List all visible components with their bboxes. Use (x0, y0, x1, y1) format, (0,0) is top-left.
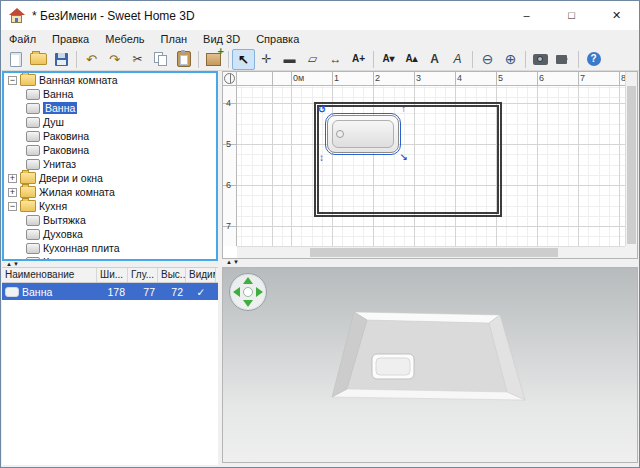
select-button[interactable]: ↖ (232, 49, 255, 70)
expand-toggle-icon[interactable]: + (8, 188, 17, 197)
folder-icon (20, 172, 36, 184)
column-header[interactable]: Видим... (186, 268, 216, 282)
toolbar-separator (198, 51, 199, 68)
wall-icon: ▬ (284, 53, 296, 65)
create-rooms-button[interactable]: ▱ (301, 49, 324, 70)
decrease-text-size-button[interactable]: A▾ (377, 49, 400, 70)
create-video-button[interactable] (552, 49, 575, 70)
catalog-category[interactable]: +Жилая комната (4, 185, 216, 199)
add-furniture-button[interactable] (202, 49, 225, 70)
open-plan-button[interactable] (27, 49, 50, 70)
elevation-indicator-icon[interactable]: ↑ (401, 104, 406, 114)
catalog-category[interactable]: +Двери и окна (4, 171, 216, 185)
table-row[interactable]: Ванна1787772✓ (2, 283, 218, 300)
bold-icon: A (430, 53, 439, 65)
category-label: Кухня (39, 200, 67, 212)
toolbar: ↶↷✂↖✛▬▱↔A+A▾A▴AA⊖⊕? (1, 48, 639, 71)
collapse-toggle-icon[interactable]: − (8, 202, 17, 211)
menu-item-0[interactable]: Файл (1, 31, 44, 47)
save-plan-button[interactable] (50, 49, 73, 70)
catalog-item-label: Душ (43, 116, 64, 128)
catalog-item[interactable]: Раковина (4, 129, 216, 143)
menu-item-5[interactable]: Справка (248, 31, 307, 47)
select-arrow-icon: ↖ (238, 53, 249, 66)
view-3d-panel[interactable] (222, 267, 638, 463)
collapse-toggle-icon[interactable]: − (8, 76, 17, 85)
catalog-item[interactable]: Вытяжка (4, 213, 216, 227)
catalog-item[interactable]: Раковина (4, 143, 216, 157)
right-horizontal-splitter[interactable]: ▲▼ (222, 259, 638, 267)
category-label: Жилая комната (39, 186, 115, 198)
column-header[interactable]: Выс... (158, 268, 186, 282)
catalog-item[interactable]: Кухонная плита (4, 241, 216, 255)
new-page-icon (10, 52, 22, 67)
ruler-label: 2 (375, 74, 380, 83)
cut-button[interactable]: ✂ (126, 49, 149, 70)
nav-center-button[interactable] (243, 287, 253, 297)
maximize-button[interactable]: □ (549, 1, 594, 30)
redo-button[interactable]: ↷ (103, 49, 126, 70)
add-furniture-icon (206, 53, 221, 66)
splitter-toggle-icon[interactable]: ▲▼ (226, 259, 240, 265)
plan-view[interactable]: ↺ ↑ ↕ ↘ (237, 86, 625, 246)
rotation-indicator-icon[interactable]: ↺ (318, 105, 326, 115)
column-header[interactable]: Наименование (2, 268, 97, 282)
bold-button[interactable]: A (423, 49, 446, 70)
furniture-list-panel: НаименованиеШи...Глу...Выс...Видим... Ва… (2, 267, 218, 465)
zoom-out-button[interactable]: ⊖ (476, 49, 499, 70)
plan-vertical-scrollbar[interactable] (625, 72, 637, 258)
increase-text-size-button[interactable]: A▴ (400, 49, 423, 70)
resize-indicator-icon[interactable]: ↘ (400, 153, 408, 163)
catalog-item[interactable]: Ванна (4, 87, 216, 101)
bathtub-plan-item[interactable]: ↺ ↑ ↕ ↘ (327, 115, 399, 153)
italic-button[interactable]: A (446, 49, 469, 70)
create-dimensions-button[interactable]: ↔ (324, 49, 347, 70)
undo-button[interactable]: ↶ (80, 49, 103, 70)
app-icon (9, 8, 25, 24)
copy-button[interactable] (149, 49, 172, 70)
menu-item-2[interactable]: Мебель (97, 31, 152, 47)
visible-checkbox[interactable]: ✓ (186, 286, 216, 298)
menu-item-1[interactable]: Правка (44, 31, 97, 47)
catalog-item[interactable]: Душ (4, 115, 216, 129)
folder-icon (20, 186, 36, 198)
minimize-button[interactable]: – (504, 1, 549, 30)
toolbar-separator (472, 51, 473, 68)
catalog-item[interactable]: Унитаз (4, 157, 216, 171)
column-header[interactable]: Глу... (128, 268, 158, 282)
expand-toggle-icon[interactable]: + (8, 174, 17, 183)
nav-right-button[interactable] (256, 287, 263, 297)
zoom-in-button[interactable]: ⊕ (499, 49, 522, 70)
help-button[interactable]: ? (582, 49, 605, 70)
ruler-label: 4 (226, 99, 231, 108)
catalog-category[interactable]: −Кухня (4, 199, 216, 213)
height-indicator-icon[interactable]: ↕ (319, 153, 324, 163)
scrollbar-thumb[interactable] (627, 86, 636, 244)
nav-down-button[interactable] (243, 300, 253, 307)
scrollbar-thumb[interactable] (310, 248, 558, 257)
create-walls-button[interactable]: ▬ (278, 49, 301, 70)
paste-button[interactable] (172, 49, 195, 70)
catalog-item-label: Раковина (43, 130, 89, 142)
menu-item-3[interactable]: План (153, 31, 196, 47)
new-plan-button[interactable] (4, 49, 27, 70)
plan-horizontal-scrollbar[interactable] (237, 246, 625, 258)
sink-icon (26, 145, 40, 156)
toilet-icon (26, 159, 40, 170)
nav-up-button[interactable] (243, 277, 253, 284)
nav-left-button[interactable] (233, 287, 240, 297)
catalog-item-label: Вытяжка (43, 214, 86, 226)
catalog-item[interactable]: Духовка (4, 227, 216, 241)
add-texts-button[interactable]: A+ (347, 49, 370, 70)
furniture-name-cell: Ванна (2, 286, 97, 298)
catalog-item-label: Духовка (43, 228, 83, 240)
window-title: * БезИмени - Sweet Home 3D (32, 9, 195, 23)
catalog-category[interactable]: −Ванная комната (4, 73, 216, 87)
column-header[interactable]: Ши... (97, 268, 128, 282)
close-button[interactable]: ✕ (594, 1, 639, 30)
catalog-item[interactable]: Ванна (4, 101, 216, 115)
bathtub-3d (372, 354, 414, 379)
create-photo-button[interactable] (529, 49, 552, 70)
pan-button[interactable]: ✛ (255, 49, 278, 70)
app-window: * БезИмени - Sweet Home 3D – □ ✕ ФайлПра… (0, 0, 640, 468)
